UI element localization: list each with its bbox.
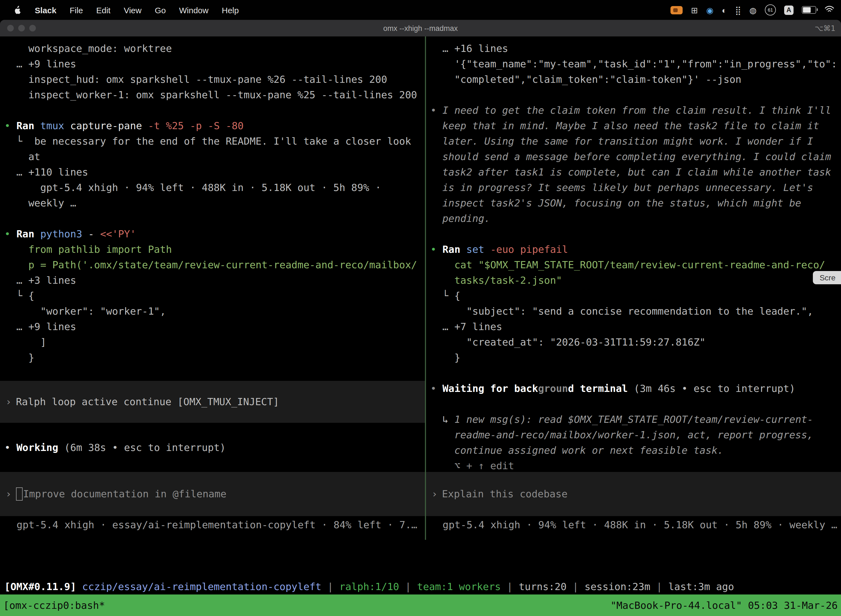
text-segment: "completed","claim_token":"claim-token"}…	[431, 73, 741, 85]
result-connector: └	[4, 135, 34, 147]
terminal-line: should send a message before completing …	[431, 149, 841, 164]
terminal-line	[4, 211, 425, 226]
menu-item-window[interactable]: Window	[179, 5, 209, 15]
screen: SlackFileEditViewGoWindowHelp ⊞ ◉ ◐ ⣿ ◍ …	[0, 0, 841, 616]
text-segment: {	[454, 290, 460, 301]
window-grid-icon[interactable]: ⊞	[691, 6, 698, 14]
terminal-line: "worker": "worker-1",	[4, 304, 425, 319]
text-segment: -	[88, 228, 100, 239]
text-segment: |	[501, 581, 519, 592]
minimize-button[interactable]	[18, 25, 25, 31]
terminal-line: gpt-5.4 xhigh · 94% left · 488K in · 5.1…	[4, 180, 425, 195]
moon-icon[interactable]: ◐	[722, 6, 727, 14]
terminal-line: "completed","claim_token":"claim-token"}…	[431, 72, 841, 87]
terminal-line: ⌥ + ↑ edit	[431, 458, 841, 474]
prompt-chevron: ›	[432, 486, 438, 502]
terminal-line: from pathlib import Path	[4, 242, 425, 257]
prompt-chevron: ›	[6, 486, 12, 502]
omx-last-activity: last:3m ago	[668, 581, 734, 592]
text-segment: continue assigned work or next feasible …	[431, 444, 724, 456]
menu-bar-status-icons: ⊞ ◉ ◐ ⣿ ◍ 61 A	[671, 4, 841, 15]
terminal-output-right: … +16 lines '{"team_name":"my-team","tas…	[426, 37, 841, 474]
text-segment: … +110 lines	[4, 166, 88, 178]
omx-ralph-counter: ralph:1/10	[339, 581, 399, 592]
terminal-line: continue assigned work or next feasible …	[431, 443, 841, 458]
input-source-icon[interactable]: A	[784, 5, 794, 15]
terminal-line: • Ran set -euo pipefail	[431, 242, 841, 257]
text-segment: Waiting for back	[442, 383, 538, 394]
input-source-letter: A	[786, 6, 791, 14]
terminal-line	[431, 365, 841, 381]
terminal-line: }	[431, 350, 841, 365]
text-segment: task2 after task1 is complete, but can I…	[431, 166, 831, 178]
text-segment: -t %25 -p -S -80	[148, 120, 244, 131]
text-segment	[76, 581, 82, 592]
text-segment: "subject": "send a concise recommendatio…	[431, 305, 813, 317]
menu-item-help[interactable]: Help	[222, 5, 239, 15]
terminal-line: "subject": "send a concise recommendatio…	[431, 304, 841, 319]
terminal-line: inspect_worker-1: omx sparkshell --tmux-…	[4, 87, 425, 103]
text-segment: tmux	[40, 120, 70, 131]
battery-icon[interactable]	[802, 6, 816, 14]
wifi-icon[interactable]	[825, 5, 834, 15]
app-icon-blue[interactable]: ◉	[706, 6, 714, 14]
apple-menu-icon[interactable]	[13, 5, 22, 15]
terminal-line: └ {	[431, 288, 841, 304]
text-segment: readme-and-reco/mailbox/worker-1.json, a…	[431, 429, 813, 440]
text-segment: groun	[538, 383, 568, 394]
window-title-bar: omx --xhigh --madmax ⌥⌘1	[0, 20, 841, 37]
tmux-session-window[interactable]: [omx-cczip0:bash*	[3, 597, 105, 613]
battery-percent-text: 61	[768, 7, 773, 13]
text-segment: … +3 lines	[4, 274, 76, 286]
text-segment: … +9 lines	[4, 321, 76, 332]
text-segment: Ran	[442, 243, 466, 255]
text-segment: }	[4, 352, 34, 363]
terminal-line	[431, 396, 841, 412]
text-segment: Working	[16, 441, 64, 453]
close-button[interactable]	[7, 25, 14, 31]
terminal: workspace_mode: worktree … +9 lines insp…	[0, 37, 841, 616]
ghost-icon[interactable]: ◍	[749, 6, 757, 14]
menu-item-edit[interactable]: Edit	[96, 5, 111, 15]
terminal-line: }	[4, 350, 425, 365]
terminal-line: ]	[4, 334, 425, 350]
terminal-line: inspect_hud: omx sparkshell --tmux-pane …	[4, 72, 425, 87]
menu-item-file[interactable]: File	[70, 5, 83, 15]
terminal-line: at	[4, 149, 425, 164]
ralph-loop-text: Ralph loop active continue [OMX_TMUX_INJ…	[16, 394, 279, 409]
terminal-line: … +9 lines	[4, 319, 425, 334]
menu-item-go[interactable]: Go	[155, 5, 166, 15]
text-cursor	[16, 487, 23, 501]
dots-grid-icon[interactable]: ⣿	[735, 6, 741, 14]
omx-version: [OMX#0.11.9]	[4, 581, 76, 592]
macos-menu-bar: SlackFileEditViewGoWindowHelp ⊞ ◉ ◐ ⣿ ◍ …	[0, 0, 841, 20]
model-status-left: gpt-5.4 xhigh · essay/ai-reimplementatio…	[16, 517, 417, 532]
prompt-chevron: ›	[6, 394, 12, 409]
menu-item-view[interactable]: View	[124, 5, 142, 15]
screen-recording-indicator[interactable]	[671, 6, 683, 14]
terminal-line: … +3 lines	[4, 273, 425, 288]
zoom-button[interactable]	[29, 25, 36, 31]
window-shortcut-badge: ⌥⌘1	[815, 24, 835, 32]
text-segment: inspect_hud: omx sparkshell --tmux-pane …	[4, 73, 387, 85]
tmux-pane-right[interactable]: … +16 lines '{"team_name":"my-team","tas…	[426, 37, 841, 540]
working-bullet: •	[4, 441, 16, 453]
tmux-pane-left[interactable]: workspace_mode: worktree … +9 lines insp…	[0, 37, 425, 540]
text-segment: {	[28, 290, 35, 301]
omx-team-workers: team:1 workers	[417, 581, 501, 592]
text-segment: at	[4, 151, 40, 162]
prompt-placeholder: Improve documentation in @filename	[23, 486, 227, 502]
text-segment: … +9 lines	[4, 58, 76, 70]
clipped-notification-fragment[interactable]: Scre	[813, 271, 841, 284]
menu-item-slack[interactable]: Slack	[35, 5, 56, 15]
prompt-input-left[interactable]: ›Improve documentation in @filename	[0, 472, 425, 516]
terminal-line: ↳ 1 new msg(s): read $OMX_TEAM_STATE_ROO…	[431, 412, 841, 427]
battery-percentage-badge[interactable]: 61	[765, 4, 776, 15]
text-segment: cat "$OMX_TEAM_STATE_ROOT/team/review-cu…	[431, 259, 825, 270]
prompt-input-right[interactable]: ›Explain this codebase	[426, 472, 841, 516]
ralph-loop-bar[interactable]: ›Ralph loop active continue [OMX_TMUX_IN…	[0, 381, 425, 423]
window-title: omx --xhigh --madmax	[0, 24, 841, 32]
text-segment: p = Path('.omx/state/team/review-current…	[4, 259, 417, 270]
omx-status-pane[interactable]: [OMX#0.11.9] cczip/essay/ai-reimplementa…	[0, 540, 841, 603]
terminal-line: later. Using the same for transition mig…	[431, 133, 841, 149]
